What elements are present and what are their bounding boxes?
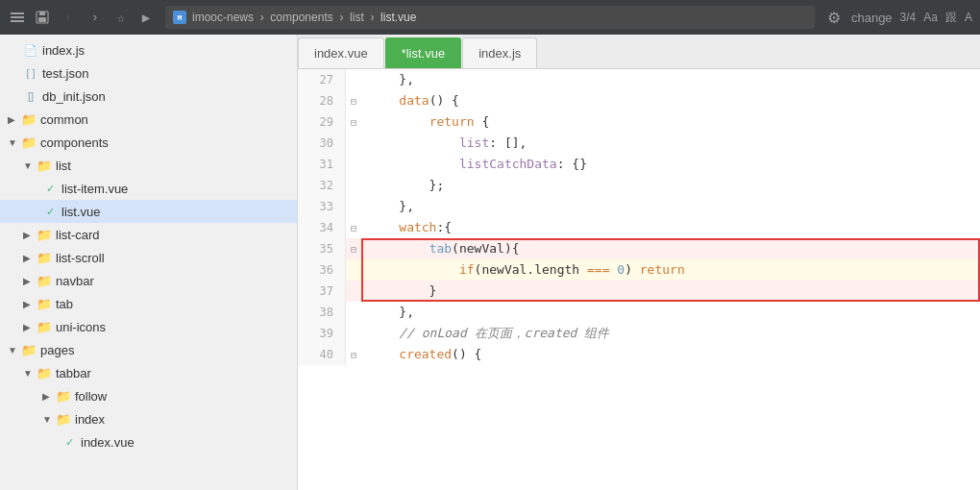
folder-tabbar[interactable]: ▼ 📁 tabbar	[0, 361, 297, 384]
svg-rect-1	[11, 16, 24, 18]
folder-icon: 📁	[21, 111, 37, 127]
code-line-28: 28 ⊟ data() {	[298, 90, 980, 111]
chevron-down-icon: ▼	[23, 368, 35, 379]
code-line-35: 35 ⊟ tab(newVal){	[298, 238, 980, 259]
page-indicator: 3/4	[900, 11, 917, 24]
main-content: 📄 index.js [ ] test.json [] db_init.json…	[0, 35, 980, 490]
chevron-right-icon: ▶	[23, 299, 35, 309]
settings-icon[interactable]: ⚙	[824, 8, 844, 27]
svg-rect-0	[11, 12, 24, 14]
folder-icon: 📁	[37, 158, 52, 173]
chevron-right-icon: ▶	[23, 322, 35, 332]
file-list-vue[interactable]: ✓ list.vue	[0, 200, 297, 223]
back-button[interactable]: ‹	[58, 7, 79, 28]
folder-icon: 📁	[37, 250, 52, 265]
code-line-29: 29 ⊟ return {	[298, 111, 980, 133]
folder-icon: 📁	[37, 296, 52, 311]
chevron-down-icon: ▼	[42, 414, 54, 425]
svg-rect-4	[39, 12, 45, 15]
project-icon: M	[173, 11, 186, 24]
file-db-init-json[interactable]: [] db_init.json	[0, 85, 297, 108]
code-line-38: 38 },	[298, 302, 980, 323]
view-label: 跟	[945, 10, 957, 26]
chevron-right-icon: ▶	[23, 230, 35, 240]
run-icon[interactable]: ▶	[136, 8, 156, 27]
breadcrumb: M imooc-news › components › list › list.…	[165, 6, 815, 29]
top-bar-right: ⚙ change 3/4 Aa 跟 A	[824, 8, 972, 27]
code-line-27: 27 },	[298, 69, 980, 90]
extra-label: A	[965, 11, 972, 24]
code-line-39: 39 // onLoad 在页面，created 组件	[298, 323, 980, 344]
tab-bar: index.vue *list.vue index.js	[298, 35, 980, 69]
folder-list-scroll[interactable]: ▶ 📁 list-scroll	[0, 246, 297, 269]
code-line-36: 36 if(newVal.length === 0) return	[298, 259, 980, 281]
change-label: change	[851, 11, 893, 25]
code-line-33: 33 },	[298, 196, 980, 217]
folder-icon: 📁	[37, 319, 52, 334]
folder-list-card[interactable]: ▶ 📁 list-card	[0, 223, 297, 246]
folder-list[interactable]: ▼ 📁 list	[0, 154, 297, 177]
chevron-right-icon: ▶	[23, 276, 35, 286]
code-area[interactable]: 27 }, 28 ⊟ data() { 29 ⊟ return { 30	[298, 69, 980, 490]
folder-icon: 📁	[56, 388, 71, 404]
top-bar: ‹ › ☆ ▶ M imooc-news › components › list…	[0, 0, 980, 35]
folder-tab[interactable]: ▶ 📁 tab	[0, 292, 297, 315]
breadcrumb-text: imooc-news › components › list › list.vu…	[192, 11, 416, 24]
editor-area: index.vue *list.vue index.js 27 }, 28 ⊟ …	[298, 35, 980, 490]
vue-icon: ✓	[42, 204, 58, 219]
forward-button[interactable]: ›	[85, 7, 106, 28]
chevron-right-icon: ▶	[23, 253, 35, 263]
folder-pages[interactable]: ▼ 📁 pages	[0, 338, 297, 361]
file-icon: 📄	[23, 42, 38, 58]
file-icon: [ ]	[23, 65, 38, 81]
code-line-31: 31 listCatchData: {}	[298, 154, 980, 175]
folder-follow[interactable]: ▶ 📁 follow	[0, 384, 297, 407]
folder-icon: 📁	[56, 411, 71, 427]
folder-uni-icons[interactable]: ▶ 📁 uni-icons	[0, 315, 297, 338]
file-icon: []	[23, 88, 38, 104]
folder-navbar[interactable]: ▶ 📁 navbar	[0, 269, 297, 292]
folder-icon: 📁	[37, 273, 52, 288]
file-index-vue[interactable]: ✓ index.vue	[0, 430, 297, 453]
vue-icon: ✓	[42, 181, 58, 196]
code-line-30: 30 list: [],	[298, 133, 980, 154]
font-label: Aa	[923, 11, 938, 24]
folder-icon: 📁	[37, 365, 52, 380]
chevron-right-icon: ▶	[42, 391, 54, 402]
tab-index-vue[interactable]: index.vue	[298, 37, 384, 68]
svg-rect-2	[11, 20, 24, 22]
chevron-down-icon: ▼	[23, 160, 35, 171]
folder-icon: 📁	[21, 135, 37, 150]
chevron-down-icon: ▼	[8, 345, 19, 355]
tab-list-vue[interactable]: *list.vue	[385, 37, 462, 68]
vue-icon: ✓	[61, 434, 77, 450]
file-test-json[interactable]: [ ] test.json	[0, 61, 297, 85]
folder-components[interactable]: ▼ 📁 components	[0, 131, 297, 154]
folder-common[interactable]: ▶ 📁 common	[0, 108, 297, 131]
folder-icon: 📁	[37, 227, 52, 242]
chevron-right-icon: ▶	[8, 114, 19, 125]
code-line-37: 37 }	[298, 281, 980, 302]
menu-icon[interactable]	[8, 8, 27, 27]
code-line-34: 34 ⊟ watch:{	[298, 217, 980, 238]
code-line-32: 32 };	[298, 175, 980, 196]
bookmark-icon[interactable]: ☆	[111, 8, 131, 27]
tab-index-js[interactable]: index.js	[462, 37, 537, 68]
sidebar: 📄 index.js [ ] test.json [] db_init.json…	[0, 35, 298, 490]
file-index-js[interactable]: 📄 index.js	[0, 38, 297, 61]
chevron-down-icon: ▼	[8, 137, 19, 148]
code-line-40: 40 ⊟ created() {	[298, 344, 980, 365]
svg-rect-5	[38, 17, 46, 22]
folder-index[interactable]: ▼ 📁 index	[0, 407, 297, 430]
file-list-item-vue[interactable]: ✓ list-item.vue	[0, 177, 297, 200]
save-icon[interactable]	[33, 8, 52, 27]
folder-icon: 📁	[21, 342, 37, 357]
